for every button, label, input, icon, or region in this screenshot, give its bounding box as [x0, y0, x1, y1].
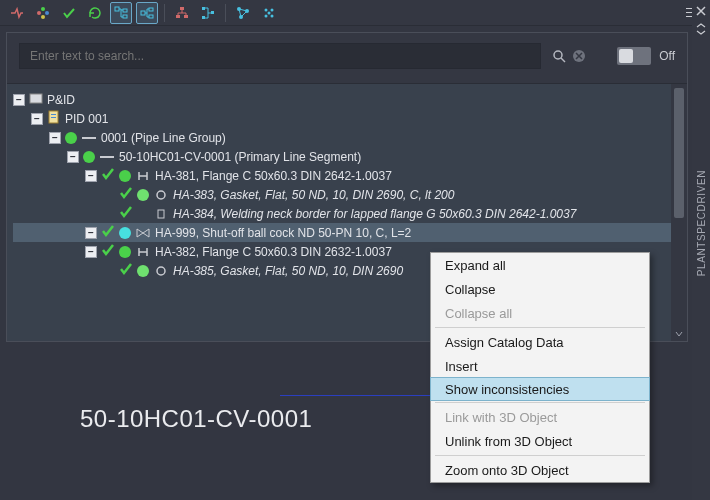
- tool-line-icon[interactable]: [6, 2, 28, 24]
- svg-point-19: [265, 8, 268, 11]
- close-icon[interactable]: [694, 4, 708, 18]
- ctx-show-inconsistencies[interactable]: Show inconsistencies: [430, 377, 650, 401]
- svg-rect-28: [51, 114, 56, 115]
- check-icon: [119, 186, 133, 203]
- search-icon[interactable]: [551, 48, 567, 64]
- canvas-line: [280, 395, 440, 396]
- tree-label: HA-385, Gasket, Flat, 50 ND, 10, DIN 269…: [173, 264, 403, 278]
- svg-rect-31: [158, 210, 164, 218]
- context-menu: Expand all Collapse Collapse all Assign …: [430, 252, 650, 483]
- expander-icon[interactable]: −: [85, 227, 97, 239]
- tree-item[interactable]: − HA-381, Flange C 50x60.3 DIN 2642-1.00…: [13, 166, 687, 185]
- tree-label: HA-382, Flange C 50x60.3 DIN 2632-1.0037: [155, 245, 392, 259]
- check-icon: [119, 262, 133, 279]
- scroll-down-icon[interactable]: [671, 327, 687, 341]
- dock-vertical-label[interactable]: PLANTSPECDRIVEN: [696, 170, 707, 276]
- flange-icon: [135, 169, 151, 183]
- gasket-icon: [153, 264, 169, 278]
- clear-search-icon[interactable]: [571, 48, 587, 64]
- tree-label: HA-999, Shut-off ball cock ND 50-PN 10, …: [155, 226, 411, 240]
- tool-cluster-icon[interactable]: [258, 2, 280, 24]
- ctx-link-3d: Link with 3D Object: [431, 405, 649, 429]
- tree-label: PID 001: [65, 112, 108, 126]
- gasket-icon: [153, 188, 169, 202]
- svg-point-22: [271, 14, 274, 17]
- flange-icon: [135, 245, 151, 259]
- tree-pid[interactable]: − PID 001: [13, 109, 687, 128]
- tool-refresh-icon[interactable]: [84, 2, 106, 24]
- svg-point-24: [554, 51, 562, 59]
- tree-label: HA-381, Flange C 50x60.3 DIN 2642-1.0037: [155, 169, 392, 183]
- status-dot-icon: [119, 170, 131, 182]
- tool-tree-b-icon[interactable]: [136, 2, 158, 24]
- svg-rect-14: [202, 16, 205, 19]
- svg-point-23: [268, 11, 271, 14]
- folder-icon: [29, 91, 43, 108]
- check-icon: [101, 167, 115, 184]
- svg-rect-29: [51, 117, 56, 118]
- tree-label: 50-10HC01-CV-0001 (Primary Line Segment): [119, 150, 361, 164]
- tree-label: HA-384, Welding neck border for lapped f…: [173, 207, 576, 221]
- svg-point-0: [37, 11, 41, 15]
- valve-icon: [135, 226, 151, 240]
- ctx-assign-catalog[interactable]: Assign Catalog Data: [431, 330, 649, 354]
- svg-rect-7: [141, 11, 145, 15]
- svg-rect-13: [202, 7, 205, 10]
- expander-icon[interactable]: −: [49, 132, 61, 144]
- document-icon: [47, 110, 61, 127]
- tree-item[interactable]: HA-384, Welding neck border for lapped f…: [13, 204, 687, 223]
- tree-label: 0001 (Pipe Line Group): [101, 131, 226, 145]
- expander-icon[interactable]: −: [31, 113, 43, 125]
- tool-check-icon[interactable]: [58, 2, 80, 24]
- tree-item[interactable]: HA-383, Gasket, Flat, 50 ND, 10, DIN 269…: [13, 185, 687, 204]
- tree-label: P&ID: [47, 93, 75, 107]
- toggle-track: [617, 47, 651, 65]
- tree-primary-segment[interactable]: − 50-10HC01-CV-0001 (Primary Line Segmen…: [13, 147, 687, 166]
- expander-spacer: [103, 265, 115, 277]
- ctx-separator: [435, 327, 645, 328]
- svg-rect-9: [149, 15, 153, 18]
- tool-graph-icon[interactable]: [232, 2, 254, 24]
- svg-rect-8: [149, 8, 153, 11]
- status-dot-icon: [119, 227, 131, 239]
- collapse-icon[interactable]: [694, 22, 708, 36]
- toolbar: [0, 0, 710, 26]
- app-root: Off − P&ID − PID 001 − 000: [0, 0, 710, 500]
- expander-icon[interactable]: −: [13, 94, 25, 106]
- ctx-zoom-3d[interactable]: Zoom onto 3D Object: [431, 458, 649, 482]
- search-row: Off: [7, 33, 687, 83]
- segment-icon: [99, 150, 115, 164]
- svg-point-1: [41, 7, 45, 11]
- tree-root[interactable]: − P&ID: [13, 90, 687, 109]
- pipe-icon: [81, 131, 97, 145]
- check-icon: [119, 205, 133, 222]
- expander-icon[interactable]: −: [85, 246, 97, 258]
- svg-rect-15: [211, 11, 214, 14]
- ctx-unlink-3d[interactable]: Unlink from 3D Object: [431, 429, 649, 453]
- tree-label: HA-383, Gasket, Flat, 50 ND, 10, DIN 269…: [173, 188, 454, 202]
- toolbar-separator: [164, 4, 165, 22]
- ctx-collapse[interactable]: Collapse: [431, 277, 649, 301]
- tree-item-selected[interactable]: − HA-999, Shut-off ball cock ND 50-PN 10…: [13, 223, 687, 242]
- tool-nodes-icon[interactable]: [32, 2, 54, 24]
- filter-toggle[interactable]: Off: [617, 47, 675, 65]
- expander-icon[interactable]: −: [67, 151, 79, 163]
- ctx-separator: [435, 455, 645, 456]
- svg-rect-4: [115, 7, 119, 11]
- search-input[interactable]: [19, 43, 541, 69]
- expander-icon[interactable]: −: [85, 170, 97, 182]
- ctx-expand-all[interactable]: Expand all: [431, 253, 649, 277]
- scroll-thumb[interactable]: [674, 88, 684, 218]
- svg-point-21: [265, 14, 268, 17]
- tool-tree-a-icon[interactable]: [110, 2, 132, 24]
- svg-point-32: [157, 267, 165, 275]
- expander-spacer: [103, 208, 115, 220]
- svg-rect-11: [176, 15, 180, 18]
- tree-scrollbar[interactable]: [671, 84, 687, 341]
- check-icon: [101, 224, 115, 241]
- tree-pipe-group[interactable]: − 0001 (Pipe Line Group): [13, 128, 687, 147]
- tool-hierarchy-icon[interactable]: [171, 2, 193, 24]
- status-dot-icon: [83, 151, 95, 163]
- ctx-insert[interactable]: Insert: [431, 354, 649, 378]
- tool-branch-icon[interactable]: [197, 2, 219, 24]
